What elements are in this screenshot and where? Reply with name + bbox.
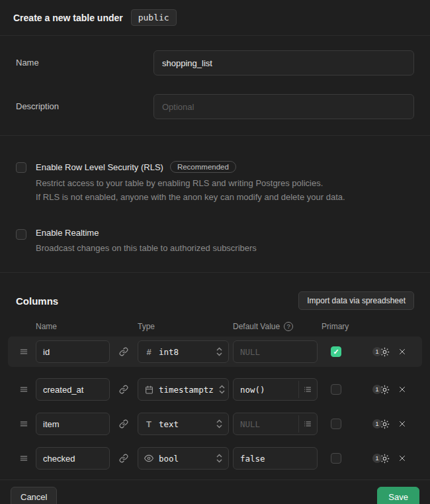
primary-cell [322, 384, 356, 395]
header-default-value: Default Value ? [233, 322, 318, 331]
remove-column-button[interactable] [394, 414, 410, 434]
columns-section: Columns Import data via spreadsheet Name… [0, 273, 430, 479]
realtime-texts: Enable Realtime Broadcast changes on thi… [36, 228, 257, 255]
description-label: Description [16, 94, 153, 111]
realtime-block: Enable Realtime Broadcast changes on thi… [16, 228, 414, 255]
calendar-icon [144, 385, 153, 394]
columns-table-header: Name Type Default Value ? Primary [16, 322, 414, 331]
remove-column-button[interactable] [394, 342, 410, 362]
rls-description-line2: If RLS is not enabled, anyone with the a… [36, 190, 345, 204]
default-value-input [233, 340, 318, 363]
default-value-menu-icon[interactable] [298, 415, 316, 432]
name-label: Name [16, 50, 153, 68]
default-value-cell [233, 378, 318, 401]
rls-checkbox[interactable] [16, 162, 26, 173]
table-name-input[interactable] [153, 50, 414, 76]
select-chevrons-icon [216, 419, 222, 428]
column-type-label: int8 [159, 347, 179, 357]
column-settings-button[interactable]: 1 [360, 346, 390, 358]
primary-checkbox[interactable] [331, 453, 341, 464]
dialog-footer: Cancel Save [0, 479, 430, 504]
help-icon[interactable]: ? [284, 322, 293, 331]
close-icon [398, 385, 406, 393]
foreign-key-link-icon[interactable] [114, 340, 134, 363]
column-type-label: timestamptz [159, 385, 214, 395]
realtime-checkbox[interactable] [16, 229, 26, 240]
column-settings-button[interactable]: 1 [360, 453, 390, 464]
default-value-cell [233, 340, 318, 363]
select-chevrons-icon [216, 454, 222, 463]
settings-count-badge: 1 [372, 385, 382, 394]
column-name-input[interactable] [36, 378, 110, 401]
eye-icon [144, 454, 153, 463]
drag-handle-icon[interactable] [16, 385, 32, 394]
primary-checkbox[interactable] [331, 419, 341, 429]
import-spreadsheet-button[interactable]: Import data via spreadsheet [298, 291, 414, 310]
hash-icon: # [144, 347, 153, 357]
column-type-select[interactable]: timestamptz [138, 378, 229, 401]
columns-title: Columns [16, 295, 58, 307]
default-value-cell [233, 413, 318, 435]
close-icon [398, 348, 406, 356]
primary-cell [322, 346, 356, 357]
header-name: Name [36, 322, 110, 331]
dialog-title: Create a new table under [13, 13, 123, 23]
settings-count-badge: 1 [372, 347, 382, 356]
create-table-dialog: Create a new table under public Name Des… [0, 0, 430, 504]
column-rows-group: timestamptz 1 [16, 375, 414, 473]
save-button[interactable]: Save [377, 487, 419, 504]
column-name-input[interactable] [36, 340, 110, 363]
text-type-icon: T [144, 419, 153, 429]
rls-description-line1: Restrict access to your table by enablin… [36, 176, 345, 190]
table-options-section: Enable Row Level Security (RLS) Recommen… [0, 136, 430, 273]
column-type-select[interactable]: T text [138, 413, 229, 435]
column-row-checked: bool 1 [8, 444, 422, 473]
select-chevrons-icon [216, 347, 222, 356]
realtime-description: Broadcast changes on this table to autho… [36, 241, 257, 255]
default-value-input[interactable] [233, 447, 318, 470]
close-icon [398, 420, 406, 428]
foreign-key-link-icon[interactable] [114, 378, 134, 401]
table-description-input[interactable] [153, 94, 414, 119]
close-icon [398, 454, 406, 462]
column-type-select[interactable]: # int8 [138, 340, 229, 363]
foreign-key-link-icon[interactable] [114, 447, 134, 470]
primary-cell [322, 453, 356, 464]
schema-badge: public [131, 9, 177, 26]
recommended-badge: Recommended [170, 161, 236, 173]
column-type-label: bool [159, 454, 179, 464]
primary-cell [322, 419, 356, 429]
table-details-section: Name Description [0, 36, 430, 136]
default-value-menu-icon[interactable] [298, 381, 316, 398]
drag-handle-icon[interactable] [16, 419, 32, 428]
rls-texts: Enable Row Level Security (RLS) Recommen… [36, 161, 345, 204]
realtime-label: Enable Realtime [36, 228, 99, 238]
foreign-key-link-icon[interactable] [114, 413, 134, 435]
drag-handle-icon[interactable] [16, 347, 32, 356]
select-chevrons-icon [219, 385, 225, 394]
column-settings-button[interactable]: 1 [360, 419, 390, 430]
column-name-input[interactable] [36, 413, 110, 435]
column-name-input[interactable] [36, 447, 110, 470]
settings-count-badge: 1 [372, 419, 382, 428]
drag-handle-icon[interactable] [16, 454, 32, 463]
cancel-button[interactable]: Cancel [11, 487, 57, 504]
column-row-item: T text 1 [8, 409, 422, 438]
name-row: Name [16, 50, 414, 76]
header-type: Type [138, 322, 229, 331]
remove-column-button[interactable] [394, 379, 410, 399]
column-type-label: text [159, 419, 179, 429]
primary-checkbox[interactable] [331, 384, 341, 395]
header-primary: Primary [322, 322, 356, 331]
description-row: Description [16, 94, 414, 119]
rls-block: Enable Row Level Security (RLS) Recommen… [16, 161, 414, 204]
column-type-select[interactable]: bool [138, 447, 229, 470]
column-row-id: # int8 1 [8, 336, 422, 367]
columns-header: Columns Import data via spreadsheet [16, 291, 414, 310]
settings-count-badge: 1 [372, 454, 382, 463]
column-settings-button[interactable]: 1 [360, 384, 390, 395]
rls-label: Enable Row Level Security (RLS) [36, 162, 163, 172]
primary-checkbox[interactable] [331, 346, 341, 357]
remove-column-button[interactable] [394, 448, 410, 468]
dialog-header: Create a new table under public [0, 0, 430, 36]
